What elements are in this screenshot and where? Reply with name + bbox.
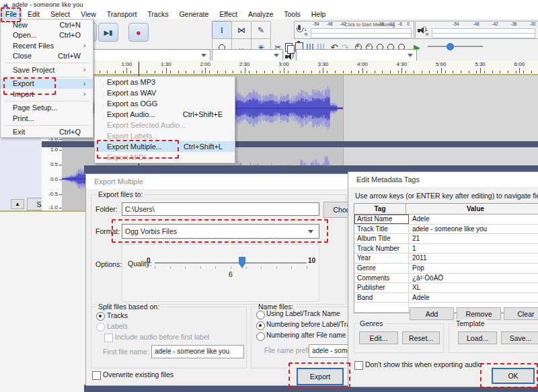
export-menu-item-export-labels[interactable]: Export Labels...	[95, 130, 235, 141]
folder-input[interactable]: C:\Users\	[122, 202, 319, 216]
speed-slider-thumb[interactable]	[447, 43, 454, 50]
clear-button[interactable]: Clear	[504, 307, 538, 320]
skip-to-end-button[interactable]: ▶▮	[98, 23, 118, 42]
meter-monitor-text[interactable]: Click to Start Monitoring	[336, 22, 404, 27]
menubar-item-view[interactable]: View	[75, 9, 102, 19]
genres-reset-button[interactable]: Reset...	[402, 331, 440, 344]
metadata-value-cell[interactable]: 2011	[409, 253, 538, 263]
metadata-table-row[interactable]: Track Titleadele - someone like you	[354, 225, 538, 235]
metadata-tag-cell[interactable]: Track Number	[354, 244, 409, 253]
dont-show-checkbox[interactable]	[354, 361, 363, 370]
file-menu-item-import[interactable]: Import›	[1, 89, 93, 100]
genres-edit-button[interactable]: Edit...	[359, 331, 398, 344]
metadata-tag-cell[interactable]: Publisher	[354, 283, 409, 292]
timeline-label: 1:30	[161, 61, 171, 67]
metadata-value-cell[interactable]: ¿á²·ÒòÀÖ	[409, 274, 538, 283]
template-save-button[interactable]: Save...	[501, 331, 538, 344]
file-menu-item-new[interactable]: NewCtrl+N	[1, 19, 93, 30]
metadata-table-row[interactable]: BandAdele	[354, 293, 538, 303]
file-menu-item-close[interactable]: CloseCtrl+W	[1, 51, 93, 62]
file-menu-item-recent-files[interactable]: Recent Files›	[1, 40, 93, 51]
file-menu-item-exit[interactable]: ExitCtrl+Q	[1, 127, 93, 138]
export-menu-item-export-as-ogg[interactable]: Export as OGG	[95, 98, 235, 109]
export-menu-item-export-midi[interactable]: Export MIDI...	[95, 152, 235, 163]
export-button[interactable]: Export	[297, 368, 344, 385]
menubar-item-select[interactable]: Select	[45, 9, 75, 19]
quality-slider-thumb[interactable]	[239, 257, 245, 268]
first-file-input[interactable]: adele - someone like you	[151, 345, 244, 358]
menubar-item-tracks[interactable]: Tracks	[142, 9, 174, 19]
playback-meter[interactable]: ) -54-48-42-36-30LR	[415, 21, 538, 39]
track-collapse-button[interactable]: ▲	[11, 199, 24, 209]
envelope-tool-button[interactable]: ⋈	[231, 21, 252, 39]
numbering-after-radio[interactable]	[256, 332, 265, 341]
menubar-item-help[interactable]: Help	[306, 9, 332, 19]
export-menu-item-export-as-mp3[interactable]: Export as MP3	[95, 77, 235, 87]
recording-meter[interactable]: -54-48-42-18-12-60LR Click to Start Moni…	[294, 21, 414, 39]
file-menu-item-print[interactable]: Print...	[1, 113, 93, 124]
include-audio-checkbox[interactable]	[104, 334, 113, 342]
using-name-radio-label[interactable]: Using Label/Track Name	[266, 310, 340, 317]
metadata-table-row[interactable]: Track Number1	[354, 244, 538, 254]
file-menu-item-open[interactable]: Open...Ctrl+O	[1, 30, 93, 41]
export-menu-item-export-audio[interactable]: Export Audio...Ctrl+Shift+E	[95, 109, 235, 120]
timeline-label: 3:00	[278, 61, 289, 67]
overwrite-checkbox[interactable]	[92, 371, 101, 380]
labels-radio[interactable]	[96, 323, 105, 331]
menubar-item-edit[interactable]: Edit	[22, 9, 45, 19]
overwrite-checkbox-label[interactable]: Overwrite existing files	[103, 370, 174, 379]
file-menu-item-export[interactable]: Export›	[1, 79, 93, 89]
metadata-value-cell[interactable]: Adele	[409, 293, 538, 303]
timeline-ruler[interactable]: 301:001:302:002:303:003:304:004:305:005:…	[62, 61, 538, 75]
template-load-button[interactable]: Load...	[458, 331, 497, 344]
play-speed-slider[interactable]	[428, 42, 483, 51]
export-menu-item-export-multiple[interactable]: Export Multiple...Ctrl+Shift+L	[95, 141, 235, 152]
metadata-table-row[interactable]: GenrePop	[354, 264, 538, 274]
metadata-tag-cell[interactable]: Year	[354, 253, 409, 263]
remove-button[interactable]: Remove	[457, 307, 501, 320]
export-menu-item-export-selected-audio[interactable]: Export Selected Audio...	[95, 120, 235, 130]
metadata-dialog-title[interactable]: Edit Metadata Tags	[348, 172, 538, 187]
ok-button[interactable]: OK	[492, 368, 535, 384]
selection-tool-button[interactable]: I	[212, 21, 232, 39]
metadata-value-cell[interactable]: adele - someone like you	[409, 225, 538, 234]
metadata-table-row[interactable]: Comments¿á²·ÒòÀÖ	[354, 274, 538, 284]
using-name-radio[interactable]	[256, 311, 265, 319]
quality-slider-track[interactable]	[155, 262, 307, 264]
metadata-tag-cell[interactable]: Genre	[354, 264, 409, 273]
draw-tool-button[interactable]: ✎	[251, 21, 271, 39]
file-menu-item-page-setup[interactable]: Page Setup...	[1, 103, 93, 114]
numbering-before-radio[interactable]	[256, 321, 265, 330]
metadata-value-cell[interactable]: XL	[409, 283, 538, 292]
metadata-table-row[interactable]: Year2011	[354, 253, 538, 264]
menubar-item-file[interactable]: File	[0, 9, 22, 19]
metadata-table-row[interactable]: Album Title21	[354, 234, 538, 244]
metadata-table-row[interactable]: Artist NameAdele	[354, 214, 538, 225]
format-select[interactable]: Ogg Vorbis Files	[122, 224, 319, 239]
menubar-item-analyze[interactable]: Analyze	[243, 9, 278, 19]
add-button[interactable]: Add	[410, 307, 454, 320]
menubar-item-generate[interactable]: Generate	[174, 9, 214, 19]
metadata-value-cell[interactable]: Pop	[409, 264, 538, 273]
metadata-value-cell[interactable]: 1	[409, 244, 538, 253]
menubar-item-transport[interactable]: Transport	[102, 9, 143, 19]
tracks-radio-label[interactable]: Tracks	[107, 311, 128, 319]
menubar-item-tools[interactable]: Tools	[278, 9, 306, 19]
metadata-table-row[interactable]: PublisherXL	[354, 283, 538, 293]
menubar-item-effect[interactable]: Effect	[214, 9, 243, 19]
record-button[interactable]: ●	[128, 23, 149, 42]
metadata-tag-cell[interactable]: Comments	[354, 274, 409, 283]
file-menu-item-save-project[interactable]: Save Project›	[1, 65, 93, 75]
dont-show-checkbox-label[interactable]: Don't show this when exporting audio	[365, 360, 482, 368]
metadata-table[interactable]: TagValueArtist NameAdeleTrack Titleadele…	[354, 203, 538, 313]
tracks-radio[interactable]	[96, 312, 105, 321]
metadata-tag-cell[interactable]	[354, 303, 409, 312]
metadata-tag-cell[interactable]: Track Title	[354, 225, 409, 234]
metadata-value-cell[interactable]: Adele	[409, 214, 538, 224]
export-menu-item-export-as-wav[interactable]: Export as WAV	[95, 87, 235, 98]
metadata-tag-cell[interactable]: Album Title	[354, 234, 409, 243]
metadata-tag-cell[interactable]: Band	[354, 293, 409, 303]
metadata-value-cell[interactable]: 21	[409, 234, 538, 243]
export-dialog-title[interactable]: Export Multiple	[86, 174, 382, 189]
metadata-tag-cell[interactable]: Artist Name	[354, 214, 409, 224]
